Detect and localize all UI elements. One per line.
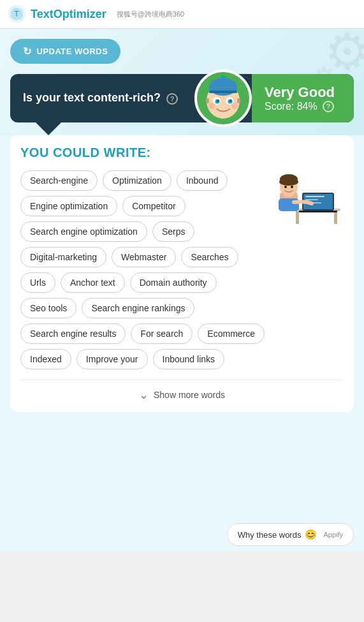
keyword-tag[interactable]: Optimization (103, 170, 171, 191)
chevron-down-icon: ⌄ (139, 388, 149, 402)
keyword-tag[interactable]: Webmaster (112, 247, 176, 267)
svg-text:T: T (14, 9, 19, 19)
score-card-wrapper: Is your text content-rich? ? (10, 74, 354, 135)
svg-point-33 (291, 186, 293, 188)
smiley-icon: 😊 (305, 529, 317, 540)
svg-rect-26 (299, 211, 337, 212)
card-pointer (36, 122, 61, 135)
svg-rect-19 (296, 211, 299, 224)
show-more-row[interactable]: ⌄ Show more words (20, 380, 344, 402)
logo-icon: T (8, 5, 25, 23)
keyword-tag[interactable]: Competitor (122, 196, 185, 216)
top-section: ⚙ ⚙ ↻ UPDATE WORDS Is your text content-… (0, 29, 364, 135)
app-title: TextOptimizer (31, 8, 106, 21)
score-value-help-icon[interactable]: ? (323, 101, 334, 112)
keyword-tag[interactable]: Indexed (20, 349, 71, 369)
tags-container: Search-engineOptimizationInboundEngine o… (20, 170, 268, 369)
svg-point-11 (230, 100, 232, 102)
keyword-tag[interactable]: Ecommerce (198, 323, 265, 344)
keyword-tag[interactable]: Domain authority (130, 272, 217, 293)
svg-point-13 (231, 103, 238, 109)
svg-rect-23 (305, 196, 324, 197)
score-value: Score: 84% ? (265, 101, 341, 112)
why-these-words-button[interactable]: Why these words 😊 Appify (227, 523, 354, 546)
keyword-tag[interactable]: Serps (152, 221, 195, 242)
keyword-tag[interactable]: Digital-marketing (20, 247, 106, 267)
update-words-label: UPDATE WORDS (37, 47, 108, 56)
appify-label: Appify (323, 531, 343, 538)
score-left: Is your text content-rich? ? (10, 80, 194, 115)
main-content: YOU COULD WRITE: (0, 135, 364, 518)
svg-rect-5 (209, 91, 237, 93)
svg-point-12 (208, 103, 215, 109)
header-source: 搜狐号@跨境电商360 (112, 10, 356, 19)
show-more-label: Show more words (154, 390, 225, 400)
bottom-bar: Why these words 😊 Appify (0, 518, 364, 551)
svg-rect-15 (237, 98, 240, 103)
score-question-help-icon[interactable]: ? (166, 93, 178, 105)
svg-point-31 (279, 178, 298, 186)
keyword-tag[interactable]: Search engine results (20, 323, 126, 344)
svg-point-17 (221, 75, 225, 79)
svg-rect-24 (305, 199, 318, 200)
keyword-tag[interactable]: Improve your (76, 349, 148, 369)
refresh-icon: ↻ (23, 45, 32, 57)
robot-avatar (194, 70, 252, 127)
score-right: Very Good Score: 84% ? (252, 74, 354, 122)
keyword-tag[interactable]: Search engine optimization (20, 221, 147, 242)
keyword-tag[interactable]: Anchor text (61, 272, 125, 293)
svg-point-32 (284, 186, 287, 188)
why-words-label: Why these words (238, 530, 302, 540)
svg-rect-20 (334, 211, 337, 224)
section-title: YOU COULD WRITE: (20, 145, 344, 160)
you-could-write-panel: YOU COULD WRITE: (10, 135, 354, 412)
keyword-tag[interactable]: Inbound links (153, 349, 225, 369)
svg-rect-14 (206, 98, 209, 103)
keyword-tag[interactable]: Seo tools (20, 298, 76, 318)
update-words-button[interactable]: ↻ UPDATE WORDS (10, 39, 120, 64)
keyword-tag[interactable]: Search-engine (20, 170, 98, 191)
svg-point-10 (217, 100, 219, 102)
score-question: Is your text content-rich? ? (23, 91, 184, 105)
score-label: Very Good (265, 84, 341, 101)
score-card: Is your text content-rich? ? (10, 74, 354, 122)
keyword-tag[interactable]: Search engine rankings (82, 298, 194, 318)
keyword-tag[interactable]: For search (131, 323, 193, 344)
keyword-tag[interactable]: Urls (20, 272, 55, 293)
person-illustration (273, 170, 344, 230)
keyword-tag[interactable]: Inbound (177, 170, 228, 191)
keyword-tag[interactable]: Searches (181, 247, 238, 267)
keyword-tag[interactable]: Engine optimization (20, 196, 117, 216)
header: T TextOptimizer 搜狐号@跨境电商360 (0, 0, 364, 29)
